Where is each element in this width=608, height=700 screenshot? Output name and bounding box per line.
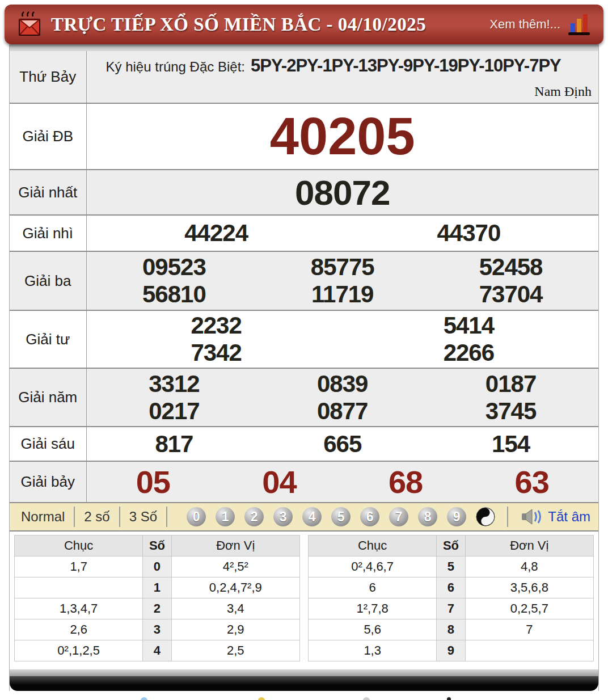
results-table: Thứ Bảy Ký hiệu trúng Đặc Biệt: 5PY-2PY-… [10,51,598,503]
prize-number: 817 [90,431,259,458]
prize-label: Giải sáu [10,427,86,461]
prize-number: 0187 [427,370,595,398]
prize-label: Giải nhì [10,215,86,251]
chuc-value [15,577,143,598]
bar-chart-icon[interactable] [567,12,591,37]
col-header-donvi: Đơn Vị [465,535,593,556]
stats-row: 1²,7,8 7 0,2,5,7 [309,598,594,619]
donvi-value: 7 [465,619,593,640]
sound-controls: Tắt âm [507,507,590,527]
digit-balls: 0 1 2 3 4 5 6 7 8 9 [187,507,495,526]
prize-number: 09523 [90,254,259,281]
ball-2[interactable]: 2 [244,507,264,526]
cutoff-icon [258,697,265,700]
prize-number: 3745 [427,398,595,425]
mode-normal[interactable]: Normal [18,509,74,525]
donvi-value [465,640,593,661]
digit-value: 0 [143,556,171,577]
envelope-icon [17,11,42,38]
yin-yang-icon[interactable] [476,507,495,526]
prize-number: 44370 [343,220,595,247]
sign-row: Thứ Bảy Ký hiệu trúng Đặc Biệt: 5PY-2PY-… [10,51,598,103]
cutoff-icon [447,697,451,700]
stats-row: 1 0,2,4,7²,9 [15,577,300,598]
see-more-link[interactable]: Xem thêm!... [489,17,560,32]
stats-row: 0²,4,6,7 5 4,8 [309,556,594,577]
stats-row: 2,6 3 2,9 [15,619,300,640]
stats-section: Chục Số Đơn Vị 1,7 0 4²,5² 1 0,2,4,7²,9 … [10,532,598,669]
prize-number: 7342 [90,339,343,366]
stats-row: 1,3,4,7 2 3,4 [15,598,300,619]
toolbar: Normal 2 số 3 Số 0 1 2 3 4 5 6 7 8 9 [10,503,598,532]
mute-button[interactable]: Tắt âm [548,509,590,525]
prize-number: 52458 [427,254,595,281]
stats-header-row: Chục Số Đơn Vị [15,535,300,556]
col-header-chuc: Chục [309,535,437,556]
prize-number: 5414 [343,312,595,339]
donvi-value: 0,2,4,7²,9 [171,577,299,598]
chuc-value: 0²,4,6,7 [309,556,437,577]
prize-number: 44224 [90,220,343,247]
prize-row-fourth: Giải tư 2232 5414 7342 2266 [10,310,598,368]
stats-row: 5,6 8 7 [309,619,594,640]
ball-4[interactable]: 4 [302,507,322,526]
chuc-value: 6 [309,577,437,598]
ball-6[interactable]: 6 [360,507,379,526]
prize-number: 40205 [90,107,596,166]
prize-label: Giải ba [10,251,86,310]
prize-number: 3312 [90,370,259,398]
prize-label: Giải năm [10,368,86,427]
prize-row-second: Giải nhì 44224 44370 [10,215,598,251]
chuc-value: 5,6 [309,619,437,640]
prize-row-first: Giải nhất 08072 [10,170,598,215]
page-title: TRỰC TIẾP XỔ SỐ MIỀN BẮC - 04/10/2025 [51,14,426,35]
prize-number: 63 [468,463,595,500]
chuc-value: 1,3,4,7 [15,598,143,619]
ball-8[interactable]: 8 [418,507,437,526]
digit-value: 2 [143,598,171,619]
col-header-so: Số [437,535,465,556]
ball-0[interactable]: 0 [187,507,206,526]
footer-gray-strip [10,669,598,676]
ball-9[interactable]: 9 [447,507,466,526]
prize-number: 0839 [258,370,427,398]
prize-label: Giải bảy [10,461,86,503]
ball-7[interactable]: 7 [389,507,408,526]
header-bar: TRỰC TIẾP XỔ SỐ MIỀN BẮC - 04/10/2025 Xe… [5,5,603,44]
stats-table-right: Chục Số Đơn Vị 0²,4,6,7 5 4,8 6 6 3,5,6,… [308,535,594,661]
prize-label: Giải nhất [10,170,86,215]
prize-label: Giải ĐB [10,103,86,170]
ball-1[interactable]: 1 [216,507,235,526]
sign-label: Ký hiệu trúng Đặc Biệt: [106,59,245,75]
mode-2-digits[interactable]: 2 số [75,509,119,525]
prize-number: 73704 [427,281,595,308]
mode-3-digits[interactable]: 3 Số [120,509,166,525]
sign-value: 5PY-2PY-1PY-13PY-9PY-19PY-10PY-7PY [251,56,561,76]
prize-number: 0217 [90,398,259,425]
donvi-value: 4²,5² [171,556,299,577]
toolbar-divider [507,507,508,527]
toolbar-divider [166,507,167,527]
chuc-value: 1,7 [15,556,143,577]
digit-value: 8 [437,619,465,640]
stats-header-row: Chục Số Đơn Vị [309,535,594,556]
results-panel: Thứ Bảy Ký hiệu trúng Đặc Biệt: 5PY-2PY-… [9,41,599,691]
prize-number: 665 [258,431,427,458]
prize-number: 68 [343,463,469,500]
chuc-value: 2,6 [15,619,143,640]
donvi-value: 3,4 [171,598,299,619]
speaker-icon[interactable] [521,508,543,526]
prize-number: 11719 [258,281,427,308]
prize-row-fifth: Giải năm 3312 0839 0187 0217 0877 3745 [10,368,598,427]
ball-5[interactable]: 5 [331,507,351,526]
prize-number: 08072 [90,172,596,213]
donvi-value: 4,8 [465,556,593,577]
chuc-value: 0²,1,2,5 [15,640,143,661]
province-name: Nam Định [87,76,599,103]
stats-row: 1,7 0 4²,5² [15,556,300,577]
prize-row-sixth: Giải sáu 817 665 154 [10,427,598,461]
donvi-value: 3,5,6,8 [465,577,593,598]
prize-label: Giải tư [10,310,86,368]
prize-number: 2232 [90,312,343,339]
ball-3[interactable]: 3 [273,507,293,526]
